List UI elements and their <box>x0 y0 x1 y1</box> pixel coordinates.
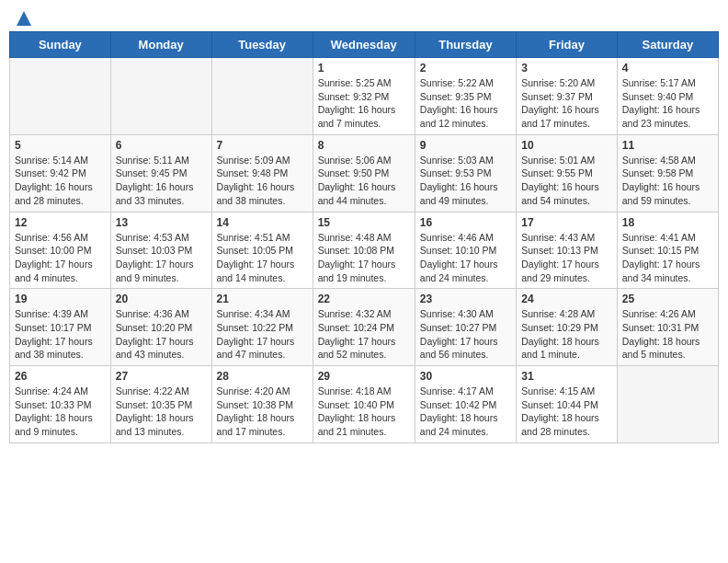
day-info: Sunrise: 5:25 AM Sunset: 9:32 PM Dayligh… <box>318 76 410 131</box>
calendar-day-cell: 21Sunrise: 4:34 AM Sunset: 10:22 PM Dayl… <box>211 289 313 366</box>
day-info: Sunrise: 4:32 AM Sunset: 10:24 PM Daylig… <box>318 307 410 362</box>
day-number: 16 <box>420 216 511 229</box>
calendar-day-cell: 19Sunrise: 4:39 AM Sunset: 10:17 PM Dayl… <box>10 289 111 366</box>
day-number: 27 <box>116 370 207 383</box>
calendar-day-cell: 9Sunrise: 5:03 AM Sunset: 9:53 PM Daylig… <box>415 134 516 212</box>
day-info: Sunrise: 5:01 AM Sunset: 9:55 PM Dayligh… <box>521 154 612 208</box>
calendar-week-row: 12Sunrise: 4:56 AM Sunset: 10:00 PM Dayl… <box>10 212 719 289</box>
day-info: Sunrise: 4:43 AM Sunset: 10:13 PM Daylig… <box>521 231 612 285</box>
day-number: 18 <box>622 216 713 229</box>
day-info: Sunrise: 5:22 AM Sunset: 9:35 PM Dayligh… <box>420 76 511 131</box>
calendar-day-cell: 1Sunrise: 5:25 AM Sunset: 9:32 PM Daylig… <box>313 58 415 135</box>
day-number: 11 <box>622 139 713 152</box>
day-number: 22 <box>318 293 410 305</box>
day-number: 9 <box>420 139 511 152</box>
day-number: 19 <box>15 293 106 305</box>
svg-marker-0 <box>17 11 31 26</box>
day-info: Sunrise: 5:06 AM Sunset: 9:50 PM Dayligh… <box>318 154 410 208</box>
day-of-week-header: Sunday <box>10 32 111 58</box>
day-number: 31 <box>521 370 612 383</box>
day-number: 6 <box>116 139 207 152</box>
calendar-day-cell: 29Sunrise: 4:18 AM Sunset: 10:40 PM Dayl… <box>313 366 415 443</box>
day-info: Sunrise: 4:41 AM Sunset: 10:15 PM Daylig… <box>622 231 713 285</box>
day-number: 21 <box>217 293 308 305</box>
calendar-day-cell: 2Sunrise: 5:22 AM Sunset: 9:35 PM Daylig… <box>415 58 516 135</box>
calendar-day-cell: 31Sunrise: 4:15 AM Sunset: 10:44 PM Dayl… <box>517 366 618 443</box>
day-number: 25 <box>622 293 713 305</box>
calendar-day-cell: 16Sunrise: 4:46 AM Sunset: 10:10 PM Dayl… <box>415 212 516 289</box>
calendar-day-cell: 4Sunrise: 5:17 AM Sunset: 9:40 PM Daylig… <box>617 58 718 135</box>
calendar-day-cell: 12Sunrise: 4:56 AM Sunset: 10:00 PM Dayl… <box>10 212 111 289</box>
day-info: Sunrise: 4:36 AM Sunset: 10:20 PM Daylig… <box>116 307 207 362</box>
logo-icon <box>15 9 33 28</box>
calendar-day-cell: 20Sunrise: 4:36 AM Sunset: 10:20 PM Dayl… <box>110 289 211 366</box>
day-number: 26 <box>15 370 106 383</box>
calendar-day-cell: 6Sunrise: 5:11 AM Sunset: 9:45 PM Daylig… <box>110 134 211 212</box>
day-info: Sunrise: 4:18 AM Sunset: 10:40 PM Daylig… <box>318 385 410 439</box>
day-info: Sunrise: 5:03 AM Sunset: 9:53 PM Dayligh… <box>420 154 511 208</box>
day-info: Sunrise: 4:56 AM Sunset: 10:00 PM Daylig… <box>15 231 106 285</box>
day-info: Sunrise: 4:24 AM Sunset: 10:33 PM Daylig… <box>15 385 106 439</box>
day-info: Sunrise: 5:17 AM Sunset: 9:40 PM Dayligh… <box>622 76 713 131</box>
day-of-week-header: Wednesday <box>313 32 415 58</box>
logo <box>13 9 33 24</box>
calendar-day-cell: 13Sunrise: 4:53 AM Sunset: 10:03 PM Dayl… <box>110 212 211 289</box>
calendar-day-cell: 28Sunrise: 4:20 AM Sunset: 10:38 PM Dayl… <box>211 366 313 443</box>
calendar-week-row: 5Sunrise: 5:14 AM Sunset: 9:42 PM Daylig… <box>10 134 719 212</box>
day-number: 10 <box>521 139 612 152</box>
calendar-day-cell: 17Sunrise: 4:43 AM Sunset: 10:13 PM Dayl… <box>517 212 618 289</box>
day-number: 1 <box>318 62 410 75</box>
day-of-week-header: Thursday <box>415 32 516 58</box>
calendar-week-row: 1Sunrise: 5:25 AM Sunset: 9:32 PM Daylig… <box>10 58 719 135</box>
day-info: Sunrise: 5:11 AM Sunset: 9:45 PM Dayligh… <box>116 154 207 208</box>
day-info: Sunrise: 4:51 AM Sunset: 10:05 PM Daylig… <box>217 231 308 285</box>
calendar-table: SundayMondayTuesdayWednesdayThursdayFrid… <box>9 31 719 443</box>
calendar-day-cell <box>110 58 211 135</box>
calendar-day-cell: 27Sunrise: 4:22 AM Sunset: 10:35 PM Dayl… <box>110 366 211 443</box>
calendar-day-cell: 25Sunrise: 4:26 AM Sunset: 10:31 PM Dayl… <box>617 289 718 366</box>
day-info: Sunrise: 5:09 AM Sunset: 9:48 PM Dayligh… <box>217 154 308 208</box>
day-number: 15 <box>318 216 410 229</box>
day-of-week-header: Saturday <box>617 32 718 58</box>
calendar-day-cell: 24Sunrise: 4:28 AM Sunset: 10:29 PM Dayl… <box>517 289 618 366</box>
day-number: 24 <box>521 293 612 305</box>
day-info: Sunrise: 5:20 AM Sunset: 9:37 PM Dayligh… <box>521 76 612 131</box>
day-info: Sunrise: 4:30 AM Sunset: 10:27 PM Daylig… <box>420 307 511 362</box>
day-number: 8 <box>318 139 410 152</box>
day-info: Sunrise: 4:34 AM Sunset: 10:22 PM Daylig… <box>217 307 308 362</box>
calendar-day-cell: 30Sunrise: 4:17 AM Sunset: 10:42 PM Dayl… <box>415 366 516 443</box>
calendar-day-cell: 7Sunrise: 5:09 AM Sunset: 9:48 PM Daylig… <box>211 134 313 212</box>
day-number: 12 <box>15 216 106 229</box>
day-info: Sunrise: 4:26 AM Sunset: 10:31 PM Daylig… <box>622 307 713 362</box>
day-number: 14 <box>217 216 308 229</box>
calendar-week-row: 19Sunrise: 4:39 AM Sunset: 10:17 PM Dayl… <box>10 289 719 366</box>
day-number: 30 <box>420 370 511 383</box>
day-info: Sunrise: 4:39 AM Sunset: 10:17 PM Daylig… <box>15 307 106 362</box>
day-number: 29 <box>318 370 410 383</box>
calendar-day-cell <box>617 366 718 443</box>
day-number: 7 <box>217 139 308 152</box>
day-number: 5 <box>15 139 106 152</box>
day-number: 20 <box>116 293 207 305</box>
calendar-day-cell: 22Sunrise: 4:32 AM Sunset: 10:24 PM Dayl… <box>313 289 415 366</box>
calendar-day-cell <box>211 58 313 135</box>
calendar-day-cell: 18Sunrise: 4:41 AM Sunset: 10:15 PM Dayl… <box>617 212 718 289</box>
page-header <box>9 9 719 24</box>
calendar-day-cell: 11Sunrise: 4:58 AM Sunset: 9:58 PM Dayli… <box>617 134 718 212</box>
day-of-week-header: Monday <box>110 32 211 58</box>
calendar-day-cell: 23Sunrise: 4:30 AM Sunset: 10:27 PM Dayl… <box>415 289 516 366</box>
day-info: Sunrise: 4:53 AM Sunset: 10:03 PM Daylig… <box>116 231 207 285</box>
day-info: Sunrise: 4:22 AM Sunset: 10:35 PM Daylig… <box>116 385 207 439</box>
day-info: Sunrise: 4:28 AM Sunset: 10:29 PM Daylig… <box>521 307 612 362</box>
calendar-day-cell: 26Sunrise: 4:24 AM Sunset: 10:33 PM Dayl… <box>10 366 111 443</box>
calendar-day-cell: 15Sunrise: 4:48 AM Sunset: 10:08 PM Dayl… <box>313 212 415 289</box>
day-number: 4 <box>622 62 713 75</box>
calendar-day-cell: 10Sunrise: 5:01 AM Sunset: 9:55 PM Dayli… <box>517 134 618 212</box>
calendar-day-cell <box>10 58 111 135</box>
day-number: 17 <box>521 216 612 229</box>
day-info: Sunrise: 5:14 AM Sunset: 9:42 PM Dayligh… <box>15 154 106 208</box>
day-number: 13 <box>116 216 207 229</box>
day-of-week-header: Friday <box>517 32 618 58</box>
day-number: 28 <box>217 370 308 383</box>
day-info: Sunrise: 4:58 AM Sunset: 9:58 PM Dayligh… <box>622 154 713 208</box>
